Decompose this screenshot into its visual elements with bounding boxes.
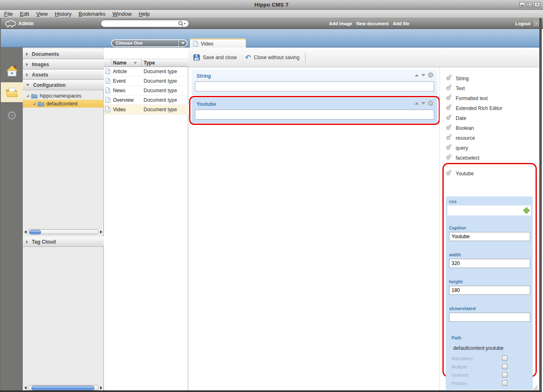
- window-border-bottom: [0, 390, 542, 392]
- menu-view[interactable]: View: [36, 11, 48, 17]
- menu-edit[interactable]: Edit: [20, 11, 29, 17]
- logout-button[interactable]: Logout: [515, 21, 531, 26]
- save-and-close-label: Save and close: [203, 55, 237, 60]
- scrollbar-track[interactable]: [28, 385, 99, 390]
- field-group-label: Youtube: [197, 101, 216, 107]
- menu-history[interactable]: History: [55, 11, 71, 17]
- caption-input[interactable]: [449, 232, 530, 241]
- tree-node-defaultcontent[interactable]: defaultcontent: [33, 100, 77, 108]
- dock-item-browse[interactable]: [1, 61, 23, 81]
- scroll-right-icon[interactable]: [100, 230, 102, 234]
- palette-item-formatted-text[interactable]: ⚙⚙Formatted text: [446, 93, 488, 103]
- save-icon: [193, 54, 200, 61]
- tree-node-namespaces[interactable]: hippo:namespaces: [26, 92, 82, 100]
- choose-one-dropdown[interactable]: Choose One: [111, 39, 187, 47]
- close-without-saving-button[interactable]: ↶ Close without saving: [245, 55, 299, 60]
- resize-grip[interactable]: [532, 384, 538, 390]
- mandatory-checkbox[interactable]: [502, 356, 507, 361]
- folder-open-icon: [5, 87, 19, 98]
- hippo-cms-window: Hippo CMS 7 ✕ File Edit View History Boo…: [0, 0, 543, 392]
- section-configuration[interactable]: Configuration: [23, 80, 104, 90]
- dock-item-admin[interactable]: [1, 82, 23, 102]
- move-down-icon[interactable]: [421, 74, 425, 76]
- table-row-news[interactable]: News Document type: [104, 86, 188, 96]
- menu-window[interactable]: Window: [113, 11, 132, 17]
- section-label: Documents: [32, 51, 59, 57]
- sort-arrow-icon[interactable]: [134, 62, 137, 64]
- move-up-icon[interactable]: [415, 102, 419, 105]
- gears-icon: ⚙⚙: [446, 135, 452, 141]
- column-header-type[interactable]: Type: [144, 60, 155, 66]
- menu-bookmarks[interactable]: Bookmarks: [79, 11, 106, 17]
- youtube-field-input[interactable]: [195, 110, 434, 120]
- section-assets[interactable]: Assets: [23, 69, 104, 80]
- gears-icon: ⚙⚙: [446, 170, 452, 177]
- row-type: Document type: [144, 88, 177, 93]
- dock-item-settings[interactable]: ⚙: [1, 105, 23, 125]
- field-palette-panel: ⚙⚙String ⚙⚙Text ⚙⚙Formatted text ⚙⚙Exten…: [440, 67, 539, 390]
- add-file-button[interactable]: Add file: [393, 21, 409, 26]
- palette-item-resource[interactable]: ⚙⚙resource: [446, 133, 475, 143]
- primary-checkbox[interactable]: [502, 380, 507, 386]
- menu-help[interactable]: Help: [139, 11, 150, 17]
- maximize-button[interactable]: [527, 2, 533, 7]
- search-icon[interactable]: [178, 21, 186, 26]
- palette-item-extended-rich-editor[interactable]: ⚙⚙Extended Rich Editor: [446, 103, 502, 113]
- palette-item-youtube[interactable]: ⚙⚙Youtube: [446, 169, 474, 179]
- scroll-right-icon[interactable]: [100, 386, 102, 390]
- palette-item-query[interactable]: ⚙⚙query: [446, 143, 468, 153]
- table-row-overview[interactable]: Overview Document type: [104, 96, 188, 105]
- palette-item-boolean[interactable]: ⚙⚙Boolean: [446, 123, 474, 133]
- minimize-button[interactable]: [519, 2, 525, 7]
- table-row-event[interactable]: Event Document type: [104, 76, 188, 86]
- scrollbar-thumb[interactable]: [29, 230, 41, 234]
- scroll-left-icon[interactable]: [24, 230, 26, 234]
- close-button[interactable]: ✕: [534, 2, 540, 7]
- row-type: Document type: [144, 107, 177, 112]
- move-up-icon[interactable]: [415, 74, 419, 76]
- save-and-close-button[interactable]: Save and close: [193, 54, 237, 61]
- tab-video[interactable]: Video: [190, 38, 246, 48]
- scroll-left-icon[interactable]: [24, 386, 26, 390]
- panel-horizontal-scrollbar[interactable]: [24, 385, 103, 391]
- logout-icon[interactable]: ✕: [534, 21, 539, 26]
- remove-field-icon[interactable]: ✕: [428, 100, 433, 106]
- palette-item-date[interactable]: ⚙⚙Date: [446, 113, 466, 123]
- multiple-checkbox[interactable]: [502, 364, 507, 369]
- folder-icon: [38, 101, 44, 106]
- palette-item-string[interactable]: ⚙⚙String: [446, 74, 469, 84]
- add-plus-icon[interactable]: [523, 207, 530, 214]
- tree-expander-icon[interactable]: [26, 94, 29, 97]
- section-images[interactable]: Images: [23, 59, 104, 69]
- css-label: css: [449, 199, 457, 204]
- palette-item-facetselect[interactable]: ⚙⚙facetselect: [446, 153, 479, 163]
- table-row-article[interactable]: Article Document type: [104, 67, 188, 76]
- remove-field-icon[interactable]: ✕: [428, 72, 433, 78]
- table-row-video-selected[interactable]: Video Document type: [104, 105, 188, 115]
- section-tag-cloud[interactable]: Tag Cloud: [23, 237, 104, 247]
- tree-expander-icon[interactable]: [33, 102, 36, 105]
- gears-icon: ⚙⚙: [446, 155, 452, 161]
- menu-file[interactable]: File: [4, 11, 13, 17]
- search-input[interactable]: [105, 20, 175, 26]
- dropdown-arrow-button[interactable]: [178, 40, 187, 46]
- css-input[interactable]: [448, 206, 521, 214]
- add-image-button[interactable]: Add image: [329, 21, 352, 26]
- choose-one-label: Choose One: [116, 41, 143, 45]
- column-header-name[interactable]: Name: [113, 60, 127, 66]
- new-document-button[interactable]: New document: [356, 21, 389, 26]
- tree-horizontal-scrollbar[interactable]: [24, 229, 103, 235]
- row-name: Overview: [113, 97, 134, 103]
- ordered-checkbox[interactable]: [502, 372, 507, 378]
- flag-label: Mandatory: [452, 356, 473, 361]
- palette-item-text[interactable]: ⚙⚙Text: [446, 84, 465, 93]
- scrollbar-track[interactable]: [28, 229, 99, 234]
- move-down-icon[interactable]: [421, 102, 425, 105]
- showrelated-input[interactable]: [449, 313, 530, 322]
- section-documents[interactable]: Documents: [23, 49, 104, 59]
- string-field-input[interactable]: [195, 81, 434, 91]
- height-input[interactable]: [449, 286, 530, 295]
- gears-icon: ⚙⚙: [446, 105, 452, 112]
- width-input[interactable]: [449, 259, 530, 268]
- scrollbar-thumb[interactable]: [31, 386, 94, 390]
